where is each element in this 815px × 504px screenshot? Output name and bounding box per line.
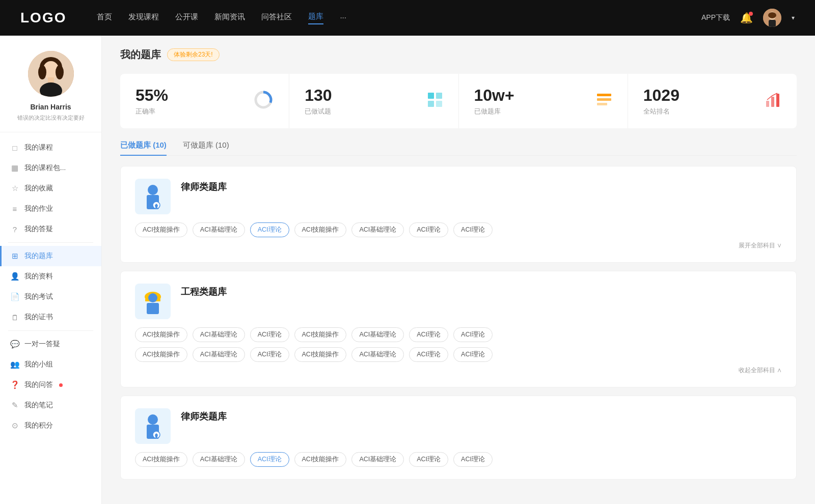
tag-2-3[interactable]: ACI技能操作 <box>294 327 347 342</box>
tag-1-1[interactable]: ACI基础理论 <box>193 222 245 237</box>
lawyer-title-1: 律师类题库 <box>181 179 227 193</box>
sidebar-item-notes[interactable]: ✎ 我的笔记 <box>0 395 101 415</box>
user-name: Brian Harris <box>10 103 91 111</box>
collapse-link[interactable]: 收起全部科目 ∧ <box>135 362 782 375</box>
stat-value-banks: 10w+ <box>474 86 514 105</box>
page-header: 我的题库 体验剩余23天! <box>120 48 797 62</box>
nav-more[interactable]: ··· <box>340 13 346 23</box>
profile-icon: 👤 <box>10 272 19 281</box>
stat-value-rank: 1029 <box>643 86 680 105</box>
tag-1-3[interactable]: ACI技能操作 <box>294 222 347 237</box>
svg-point-9 <box>56 65 64 79</box>
tag-3-6[interactable]: ACI理论 <box>453 452 493 467</box>
tag-2b-4[interactable]: ACI基础理论 <box>351 347 404 362</box>
sidebar-item-homework[interactable]: ≡ 我的作业 <box>0 199 101 219</box>
tag-2-5[interactable]: ACI理论 <box>409 327 448 342</box>
stat-label-banks: 已做题库 <box>474 107 514 116</box>
tag-2-0[interactable]: ACI技能操作 <box>135 327 187 342</box>
page-container: Brian Harris 错误的决定比没有决定要好 □ 我的课程 ▦ 我的课程包… <box>0 36 815 504</box>
tag-3-5[interactable]: ACI理论 <box>409 452 448 467</box>
tab-available[interactable]: 可做题库 (10) <box>183 141 229 155</box>
nav-open-course[interactable]: 公开课 <box>175 12 198 24</box>
stat-text-rank: 1029 全站排名 <box>643 86 680 116</box>
tags-row-3: ACI技能操作 ACI基础理论 ACI理论 ACI技能操作 ACI基础理论 AC… <box>135 452 782 467</box>
tag-1-0[interactable]: ACI技能操作 <box>135 222 187 237</box>
svg-rect-20 <box>597 103 607 105</box>
engineer-title: 工程类题库 <box>181 284 227 298</box>
tab-done[interactable]: 已做题库 (10) <box>120 141 167 155</box>
sidebar-item-courses[interactable]: □ 我的课程 <box>0 137 101 158</box>
tag-3-0[interactable]: ACI技能操作 <box>135 452 187 467</box>
sidebar-item-course-package[interactable]: ▦ 我的课程包... <box>0 158 101 178</box>
tag-2-1[interactable]: ACI基础理论 <box>193 327 245 342</box>
tag-1-2[interactable]: ACI理论 <box>250 222 289 237</box>
svg-rect-22 <box>771 97 774 107</box>
tag-2b-2[interactable]: ACI理论 <box>250 347 289 362</box>
tag-2b-3[interactable]: ACI技能操作 <box>294 347 347 362</box>
sidebar-item-question-bank[interactable]: ⊞ 我的题库 <box>0 246 101 266</box>
bank-header-3: 律师类题库 <box>135 408 782 444</box>
tag-3-2[interactable]: ACI理论 <box>250 452 289 467</box>
stat-done-questions: 130 已做试题 <box>289 74 458 128</box>
bank-card-engineer: 工程类题库 ACI技能操作 ACI基础理论 ACI理论 ACI技能操作 ACI基… <box>120 271 797 387</box>
sidebar-item-profile[interactable]: 👤 我的资料 <box>0 266 101 287</box>
page-title: 我的题库 <box>120 48 161 62</box>
tag-2-2[interactable]: ACI理论 <box>250 327 289 342</box>
tag-2b-5[interactable]: ACI理论 <box>409 347 448 362</box>
tag-3-1[interactable]: ACI基础理论 <box>193 452 245 467</box>
sidebar-item-certificate[interactable]: 🗒 我的证书 <box>0 307 101 327</box>
app-download-link[interactable]: APP下载 <box>701 13 730 22</box>
sidebar-item-favorites[interactable]: ☆ 我的收藏 <box>0 178 101 199</box>
certificate-icon: 🗒 <box>10 313 19 322</box>
tag-2b-6[interactable]: ACI理论 <box>453 347 493 362</box>
bank-card-lawyer-2: 律师类题库 ACI技能操作 ACI基础理论 ACI理论 ACI技能操作 ACI基… <box>120 396 797 480</box>
tag-2b-1[interactable]: ACI基础理论 <box>193 347 245 362</box>
nav-menu: 首页 发现课程 公开课 新闻资讯 问答社区 题库 ··· <box>97 12 701 24</box>
sidebar-item-questions[interactable]: ❓ 我的问答 <box>0 375 101 395</box>
sidebar-item-points[interactable]: ⊙ 我的积分 <box>0 415 101 436</box>
bank-icon: ⊞ <box>10 251 19 261</box>
tags-row-1: ACI技能操作 ACI基础理论 ACI理论 ACI技能操作 ACI基础理论 AC… <box>135 222 782 237</box>
stat-label-questions: 已做试题 <box>305 107 332 116</box>
tag-1-4[interactable]: ACI基础理论 <box>351 222 404 237</box>
nav-qa[interactable]: 问答社区 <box>261 12 292 24</box>
user-avatar <box>28 51 74 97</box>
user-section: Brian Harris 错误的决定比没有决定要好 <box>0 51 101 132</box>
tag-1-6[interactable]: ACI理论 <box>453 222 493 237</box>
sidebar-item-exam[interactable]: 📄 我的考试 <box>0 287 101 307</box>
lawyer-icon-2 <box>135 408 171 444</box>
tag-3-4[interactable]: ACI基础理论 <box>351 452 404 467</box>
svg-rect-21 <box>766 101 769 107</box>
nav-quiz[interactable]: 题库 <box>308 12 323 24</box>
tag-2b-0[interactable]: ACI技能操作 <box>135 347 187 362</box>
svg-rect-3 <box>769 20 776 27</box>
sidebar-item-tutor[interactable]: 💬 一对一答疑 <box>0 334 101 354</box>
courses-icon: □ <box>10 144 19 152</box>
nav-news[interactable]: 新闻资讯 <box>214 12 245 24</box>
sidebar-divider-2 <box>8 330 93 331</box>
svg-rect-16 <box>428 101 434 107</box>
stat-correct-rate: 55% 正确率 <box>120 74 289 128</box>
tag-2-6[interactable]: ACI理论 <box>453 327 493 342</box>
svg-rect-23 <box>776 94 779 107</box>
stat-text-banks: 10w+ 已做题库 <box>474 86 514 116</box>
notes-icon: ✎ <box>10 401 19 410</box>
tag-1-5[interactable]: ACI理论 <box>409 222 448 237</box>
nav-discover[interactable]: 发现课程 <box>128 12 159 24</box>
svg-rect-18 <box>597 94 611 96</box>
homework-icon: ≡ <box>10 205 19 213</box>
stat-label-rate: 正确率 <box>135 107 168 116</box>
sidebar-item-qa[interactable]: ? 我的答疑 <box>0 219 101 239</box>
user-avatar-nav[interactable] <box>763 9 781 27</box>
sidebar-item-group[interactable]: 👥 我的小组 <box>0 354 101 375</box>
stats-row: 55% 正确率 130 已做试题 <box>120 74 797 128</box>
notification-badge <box>749 12 753 16</box>
user-motto: 错误的决定比没有决定要好 <box>10 114 91 122</box>
expand-link-1[interactable]: 展开全部科目 ∨ <box>135 237 782 250</box>
user-dropdown-arrow[interactable]: ▾ <box>792 14 795 21</box>
tag-3-3[interactable]: ACI技能操作 <box>294 452 347 467</box>
questions-dot <box>59 383 63 387</box>
notification-bell[interactable]: 🔔 <box>740 12 753 24</box>
nav-home[interactable]: 首页 <box>97 12 112 24</box>
tag-2-4[interactable]: ACI基础理论 <box>351 327 404 342</box>
